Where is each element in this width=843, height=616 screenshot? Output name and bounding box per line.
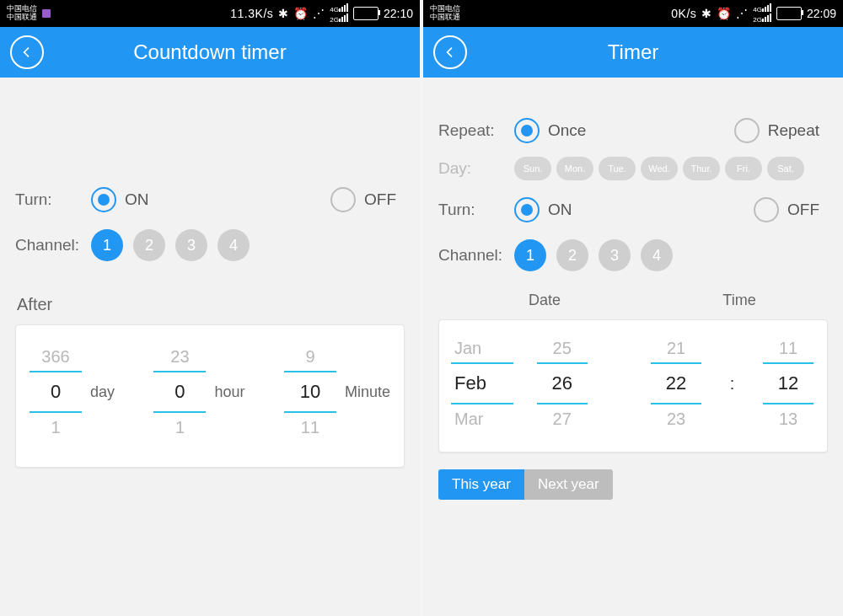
day-wed[interactable]: Wed.: [641, 157, 678, 180]
channel-1[interactable]: 1: [91, 229, 123, 261]
channel-label: Channel:: [15, 236, 91, 254]
hour-spinner[interactable]: 23 0 1: [153, 342, 206, 442]
minute-next: 11: [284, 413, 336, 442]
day-sat[interactable]: Sat.: [767, 157, 804, 180]
turn-row: Turn: ON OFF: [15, 187, 405, 212]
day-next: 1: [30, 413, 82, 442]
channel-row: Channel: 1 2 3 4: [438, 239, 828, 271]
turn-on-option[interactable]: ON: [514, 197, 572, 222]
hour-spinner[interactable]: 21 22 23: [651, 334, 701, 433]
page-title: Timer: [608, 40, 658, 64]
turn-off-option[interactable]: OFF: [754, 197, 819, 222]
day-sun[interactable]: Sun.: [514, 157, 551, 180]
hour-value: 0: [153, 372, 206, 413]
battery-icon: [776, 7, 802, 20]
network-rate: 11.3K/s: [230, 7, 273, 20]
hour-value: 22: [651, 364, 701, 404]
channel-2[interactable]: 2: [133, 229, 165, 261]
channel-4[interactable]: 4: [217, 229, 250, 261]
time-colon: :: [727, 374, 738, 394]
radio-icon: [330, 187, 356, 212]
minute-unit: Minute: [345, 383, 390, 401]
radio-icon: [514, 197, 540, 222]
day-spinner[interactable]: 366 0 1: [30, 342, 82, 442]
day-thur[interactable]: Thur.: [683, 157, 720, 180]
repeat-once-option[interactable]: Once: [514, 118, 586, 143]
day-spinner[interactable]: 25 26 27: [537, 334, 588, 433]
after-label: After: [15, 295, 405, 314]
turn-on-label: ON: [548, 201, 572, 219]
channel-2[interactable]: 2: [556, 239, 588, 271]
hour-prev: 21: [651, 334, 701, 364]
carrier-2: 中国联通: [7, 13, 37, 22]
countdown-timer-screen: 中国电信 中国联通 11.3K/s ✱ ⏰ ⋰ 4G 2G 22:10: [0, 0, 420, 616]
minute-value: 10: [284, 372, 336, 413]
day-prev: 366: [30, 342, 82, 372]
channel-row: Channel: 1 2 3 4: [15, 229, 405, 261]
turn-off-label: OFF: [364, 190, 396, 209]
channel-3[interactable]: 3: [175, 229, 207, 261]
month-value: Feb: [451, 364, 513, 404]
this-year-tab[interactable]: This year: [438, 469, 524, 500]
carrier-2: 中国联通: [430, 13, 460, 22]
repeat-row: Repeat: Once Repeat: [438, 118, 828, 143]
channel-label: Channel:: [438, 246, 514, 265]
day-mon[interactable]: Mon.: [556, 157, 593, 180]
bluetooth-icon: ✱: [701, 7, 711, 20]
back-button[interactable]: [10, 35, 44, 69]
timer-screen: 中国电信 中国联通 0K/s ✱ ⏰ ⋰ 4G 2G 22:09: [423, 0, 843, 616]
next-year-tab[interactable]: Next year: [524, 469, 613, 500]
back-button[interactable]: [433, 35, 467, 69]
repeat-repeat-option[interactable]: Repeat: [734, 118, 819, 143]
sim-indicator-icon: [42, 9, 51, 18]
network-rate: 0K/s: [671, 7, 696, 20]
turn-row: Turn: ON OFF: [438, 197, 828, 222]
duration-picker-card: 366 0 1 day 23 0 1 hour: [15, 324, 405, 468]
daynum-next: 27: [537, 404, 588, 433]
title-bar: Timer: [423, 27, 843, 78]
chevron-left-icon: [443, 46, 457, 59]
day-tue[interactable]: Tue.: [599, 157, 636, 180]
day-fri[interactable]: Fri.: [725, 157, 762, 180]
turn-off-option[interactable]: OFF: [330, 187, 396, 212]
repeat-once-label: Once: [548, 121, 586, 140]
hour-unit: hour: [214, 383, 244, 401]
minute-spinner[interactable]: 11 12 13: [763, 334, 813, 433]
title-bar: Countdown timer: [0, 27, 420, 78]
daynum-prev: 25: [537, 334, 588, 364]
turn-label: Turn:: [438, 201, 514, 219]
month-spinner[interactable]: Jan Feb Mar: [453, 334, 512, 433]
minute-spinner[interactable]: 9 10 11: [284, 342, 336, 442]
turn-label: Turn:: [15, 190, 91, 209]
channel-4[interactable]: 4: [641, 239, 673, 271]
radio-icon: [734, 118, 760, 143]
signal-group-icon: 4G 2G: [330, 3, 348, 24]
day-row: Day: Sun. Mon. Tue. Wed. Thur. Fri. Sat.: [438, 157, 828, 180]
hour-prev: 23: [153, 342, 206, 372]
chevron-left-icon: [20, 46, 34, 59]
day-unit: day: [90, 383, 115, 401]
daynum-value: 26: [537, 364, 588, 404]
channel-1[interactable]: 1: [514, 239, 546, 271]
turn-off-label: OFF: [787, 201, 819, 219]
radio-icon: [754, 197, 779, 222]
turn-on-option[interactable]: ON: [91, 187, 149, 212]
status-bar: 中国电信 中国联通 0K/s ✱ ⏰ ⋰ 4G 2G 22:09: [423, 0, 843, 27]
hour-next: 23: [651, 404, 701, 433]
wifi-icon: ⋰: [736, 7, 748, 20]
day-label: Day:: [438, 159, 514, 178]
minute-next: 13: [763, 404, 813, 433]
status-bar: 中国电信 中国联通 11.3K/s ✱ ⏰ ⋰ 4G 2G 22:10: [0, 0, 420, 27]
bluetooth-icon: ✱: [278, 7, 288, 20]
day-value: 0: [30, 372, 82, 413]
status-time: 22:10: [384, 7, 413, 20]
signal-group-icon: 4G 2G: [753, 3, 771, 24]
battery-icon: [353, 7, 379, 20]
month-prev: Jan: [451, 334, 513, 364]
minute-value: 12: [763, 364, 813, 404]
hour-next: 1: [153, 413, 206, 442]
channel-3[interactable]: 3: [599, 239, 631, 271]
turn-on-label: ON: [125, 190, 149, 209]
time-header: Time: [651, 292, 828, 309]
repeat-label: Repeat:: [438, 121, 514, 140]
